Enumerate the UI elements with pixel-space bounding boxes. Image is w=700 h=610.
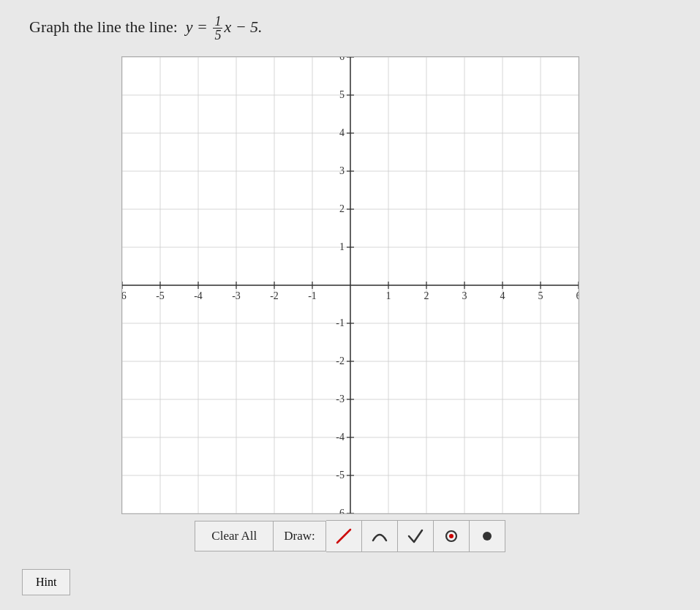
dot-tool-icon — [478, 527, 496, 545]
check-tool-icon — [407, 527, 424, 545]
graph-area: Clear All Draw: — [22, 56, 678, 552]
draw-label: Draw: — [274, 521, 325, 551]
svg-point-2 — [449, 534, 454, 538]
main-container: Graph the line the line: y = 15x − 5. Cl… — [0, 0, 700, 610]
graph-wrapper[interactable] — [121, 56, 579, 514]
clear-all-button[interactable]: Clear All — [195, 521, 274, 551]
line-tool-icon — [335, 527, 353, 545]
problem-statement: Graph the line the line: y = 15x − 5. — [22, 15, 678, 42]
coordinate-grid[interactable] — [122, 57, 579, 513]
check-tool-button[interactable] — [398, 520, 434, 552]
arc-tool-button[interactable] — [362, 520, 398, 552]
svg-line-0 — [337, 530, 350, 543]
line-tool-button[interactable] — [326, 520, 362, 552]
circle-tool-button[interactable] — [434, 520, 470, 552]
svg-point-3 — [483, 532, 492, 541]
graph-label: Graph the line — [29, 18, 121, 36]
toolbar: Clear All Draw: — [195, 520, 505, 552]
circle-tool-icon — [443, 527, 460, 545]
equation-text: the line: y = 15x − 5. — [125, 18, 262, 36]
dot-tool-button[interactable] — [470, 520, 505, 552]
hint-button[interactable]: Hint — [22, 569, 70, 595]
arc-tool-icon — [371, 527, 388, 545]
